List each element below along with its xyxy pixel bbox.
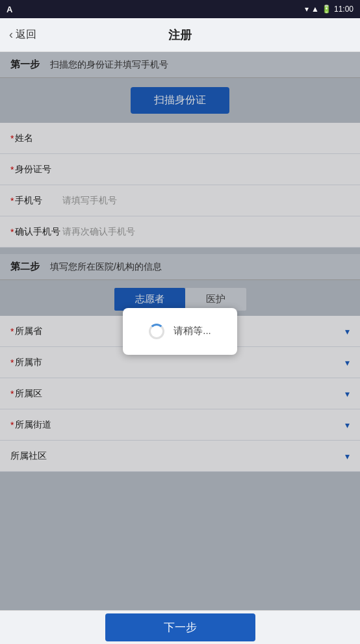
page-title: 注册 (168, 27, 192, 43)
wifi-icon: ▾ (305, 5, 309, 14)
loading-box: 请稍等... (123, 308, 237, 355)
signal-icon: ▲ (311, 5, 319, 14)
top-nav: ‹ 返回 注册 (0, 18, 360, 52)
time-display: 11:00 (334, 5, 354, 14)
back-label: 返回 (16, 28, 36, 42)
back-chevron-icon: ‹ (9, 28, 13, 42)
spinner-icon (149, 324, 164, 339)
battery-icon: 🔋 (322, 5, 331, 14)
loading-text: 请稍等... (174, 325, 211, 337)
status-bar: A ▾ ▲ 🔋 11:00 (0, 0, 360, 18)
loading-overlay: 请稍等... (0, 52, 360, 610)
back-button[interactable]: ‹ 返回 (0, 28, 36, 42)
next-button[interactable]: 下一步 (105, 613, 255, 641)
app-label: A (6, 5, 12, 14)
status-icons: ▾ ▲ 🔋 11:00 (305, 5, 354, 14)
bottom-bar: 下一步 (0, 610, 360, 644)
